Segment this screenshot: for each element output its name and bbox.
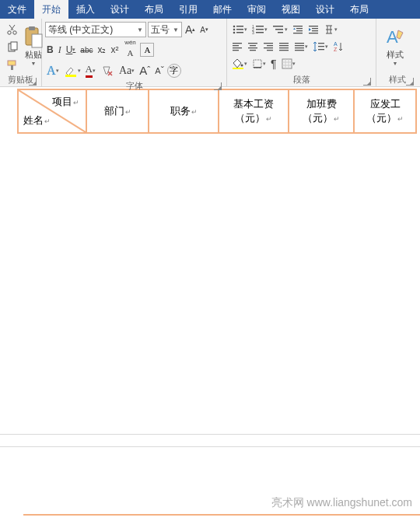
svg-rect-51 xyxy=(295,47,304,48)
svg-rect-42 xyxy=(267,45,273,46)
svg-rect-21 xyxy=(256,32,264,33)
svg-rect-53 xyxy=(318,43,324,44)
tab-插入[interactable]: 插入 xyxy=(68,0,103,19)
styles-group-label: 样式 xyxy=(389,75,406,84)
numbering-button[interactable]: 123▾ xyxy=(250,22,269,37)
text-effects-button[interactable]: A▾ xyxy=(45,63,61,79)
align-center-button[interactable] xyxy=(246,39,260,54)
page-break xyxy=(0,434,420,435)
svg-rect-3 xyxy=(11,42,17,50)
italic-button[interactable]: I xyxy=(57,42,63,58)
strike-button[interactable]: abc xyxy=(79,42,94,58)
char-border-button[interactable]: A xyxy=(140,43,154,57)
char-shading-button[interactable]: Aa▾ xyxy=(117,63,136,79)
borders-button[interactable]: ▾ xyxy=(250,56,268,72)
svg-point-14 xyxy=(233,32,236,34)
svg-rect-9 xyxy=(65,75,76,77)
show-marks-button[interactable]: ¶ xyxy=(269,56,278,72)
group-clipboard: 粘贴 ▼ 剪贴板 xyxy=(0,19,42,86)
subscript-button[interactable]: x₂ xyxy=(96,42,107,58)
phonetic-guide-button[interactable]: wénA xyxy=(121,39,138,61)
styles-label: 样式 xyxy=(387,49,404,61)
svg-rect-15 xyxy=(236,32,243,33)
table-header[interactable]: 基本工资（元）↵ xyxy=(219,89,289,133)
shading-button[interactable]: ▾ xyxy=(230,56,249,72)
svg-rect-13 xyxy=(236,29,243,30)
align-justify-button[interactable] xyxy=(277,39,291,54)
bullets-button[interactable]: ▾ xyxy=(230,22,249,37)
svg-rect-34 xyxy=(233,45,239,46)
copy-button[interactable] xyxy=(5,40,20,55)
font-size-select[interactable]: 五号▼ xyxy=(148,22,182,37)
sort-button[interactable]: AZ xyxy=(331,39,345,54)
svg-rect-61 xyxy=(254,67,261,68)
tab-审阅[interactable]: 审阅 xyxy=(240,0,274,19)
snap-grid-button[interactable]: ▾ xyxy=(280,56,297,72)
clear-format-button[interactable] xyxy=(99,63,116,79)
svg-rect-35 xyxy=(233,47,242,48)
dialog-launcher[interactable] xyxy=(29,78,37,86)
font-color-button[interactable]: A▾ xyxy=(84,62,97,79)
enclose-char-button[interactable]: 字 xyxy=(167,64,181,78)
group-font: 等线 (中文正文)▼ 五号▼ A▴ A▾ B I U▾ abc x₂ x² wé… xyxy=(42,19,227,86)
paragraph-group-label: 段落 xyxy=(293,75,310,84)
align-left-button[interactable] xyxy=(230,39,244,54)
tab-布局[interactable]: 布局 xyxy=(137,0,171,19)
svg-rect-41 xyxy=(264,43,273,44)
table-header[interactable]: 部门↵ xyxy=(86,89,149,133)
font-name-select[interactable]: 等线 (中文正文)▼ xyxy=(45,22,146,37)
asian-layout-button[interactable]: ▾ xyxy=(322,22,339,37)
tab-邮件[interactable]: 邮件 xyxy=(205,0,240,19)
table-header[interactable]: 应发工（元）↵ xyxy=(354,89,416,133)
svg-rect-11 xyxy=(236,26,243,27)
highlight-button[interactable]: ▾ xyxy=(62,63,82,79)
grow-font-button[interactable]: A▴ xyxy=(184,22,197,37)
decrease-indent-button[interactable] xyxy=(291,22,305,37)
tab-视图[interactable]: 视图 xyxy=(274,0,308,19)
svg-rect-39 xyxy=(248,47,257,48)
svg-rect-50 xyxy=(295,45,304,46)
underline-button[interactable]: U▾ xyxy=(65,42,78,58)
tab-引用[interactable]: 引用 xyxy=(171,0,205,19)
svg-rect-43 xyxy=(264,47,273,48)
shrink-font2-button[interactable]: Aˇ xyxy=(153,63,165,79)
svg-rect-55 xyxy=(318,49,324,50)
svg-rect-44 xyxy=(267,50,273,51)
dialog-launcher[interactable] xyxy=(406,78,414,86)
tab-文件[interactable]: 文件 xyxy=(0,0,34,19)
superscript-button[interactable]: x² xyxy=(109,42,120,58)
svg-rect-46 xyxy=(279,45,289,46)
styles-button[interactable]: A 样式 ▼ xyxy=(380,20,411,72)
grow-font2-button[interactable]: Aˆ xyxy=(138,63,152,79)
line-spacing-button[interactable]: ▾ xyxy=(311,39,330,54)
multilevel-button[interactable]: ▾ xyxy=(271,22,289,37)
tab-布局[interactable]: 布局 xyxy=(342,0,376,19)
format-painter-button[interactable] xyxy=(5,58,20,73)
svg-point-10 xyxy=(233,26,236,28)
svg-rect-25 xyxy=(293,26,303,26)
tab-设计[interactable]: 设计 xyxy=(308,0,342,19)
align-right-button[interactable] xyxy=(261,39,275,54)
bold-button[interactable]: B xyxy=(45,42,55,58)
svg-rect-36 xyxy=(233,50,239,51)
watermark: 亮术网 www.liangshunet.com xyxy=(271,496,412,510)
group-styles: A 样式 ▼ 样式 xyxy=(376,19,418,86)
increase-indent-button[interactable] xyxy=(306,22,320,37)
svg-rect-48 xyxy=(279,50,289,51)
tab-开始[interactable]: 开始 xyxy=(34,0,68,19)
svg-rect-26 xyxy=(296,28,303,29)
svg-rect-52 xyxy=(295,50,304,51)
dialog-launcher[interactable] xyxy=(363,78,371,86)
align-distributed-button[interactable]: ▾ xyxy=(292,39,310,54)
table-header[interactable]: 职务↵ xyxy=(149,89,219,133)
svg-rect-22 xyxy=(273,26,283,27)
table-header[interactable]: 项目↵姓名↵ xyxy=(18,89,86,133)
table-header[interactable]: 加班费（元）↵ xyxy=(289,89,354,133)
svg-rect-29 xyxy=(309,26,318,26)
shrink-font-button[interactable]: A▾ xyxy=(198,22,210,37)
svg-rect-30 xyxy=(312,28,318,29)
salary-table[interactable]: 项目↵姓名↵部门↵职务↵基本工资（元）↵加班费（元）↵应发工（元）↵ xyxy=(17,89,417,134)
cut-button[interactable] xyxy=(5,22,20,37)
ribbon: 粘贴 ▼ 剪贴板 等线 (中文正文)▼ 五号▼ A▴ A▾ B I U▾ abc… xyxy=(0,19,420,87)
tab-设计[interactable]: 设计 xyxy=(103,0,137,19)
